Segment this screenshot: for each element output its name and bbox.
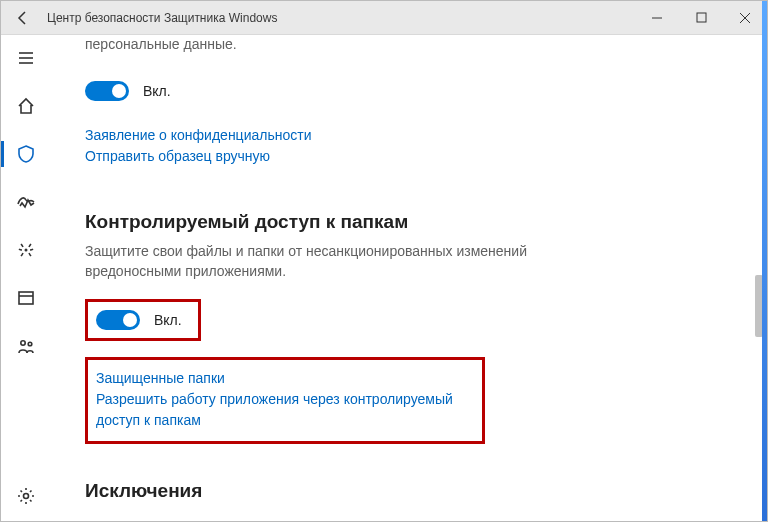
svg-rect-1: [697, 13, 706, 22]
sidebar: [1, 35, 51, 522]
nav-settings[interactable]: [6, 479, 46, 513]
hamburger-menu-button[interactable]: [6, 41, 46, 75]
minimize-button[interactable]: [635, 1, 679, 35]
privacy-statement-link[interactable]: Заявление о конфиденциальности: [85, 125, 737, 146]
content-area: персональные данные. Вкл. Заявление о ко…: [51, 35, 767, 522]
nav-device-performance[interactable]: [6, 185, 46, 219]
submit-sample-link[interactable]: Отправить образец вручную: [85, 146, 737, 167]
nav-virus-protection[interactable]: [6, 137, 46, 171]
allow-app-through-link[interactable]: Разрешить работу приложения через контро…: [96, 389, 468, 431]
nav-app-browser[interactable]: [6, 281, 46, 315]
intro-text-fragment: персональные данные.: [85, 35, 737, 55]
titlebar: Центр безопасности Защитника Windows: [1, 1, 767, 35]
folder-access-toggle-label: Вкл.: [154, 312, 182, 328]
nav-family[interactable]: [6, 329, 46, 363]
svg-point-12: [24, 494, 29, 499]
maximize-button[interactable]: [679, 1, 723, 35]
svg-rect-8: [19, 292, 33, 304]
folder-access-toggle[interactable]: [96, 310, 140, 330]
annotation-highlight-toggle: Вкл.: [85, 299, 201, 341]
window-title: Центр безопасности Защитника Windows: [45, 11, 277, 25]
svg-point-7: [25, 249, 28, 252]
cloud-protection-toggle-label: Вкл.: [143, 83, 171, 99]
annotation-highlight-links: Защищенные папки Разрешить работу прилож…: [85, 357, 485, 444]
nav-home[interactable]: [6, 89, 46, 123]
window-right-edge-decor: [762, 1, 767, 521]
protected-folders-link[interactable]: Защищенные папки: [96, 368, 468, 389]
folder-access-description: Защитите свои файлы и папки от несанкцио…: [85, 241, 605, 282]
folder-access-title: Контролируемый доступ к папкам: [85, 211, 737, 233]
cloud-protection-toggle[interactable]: [85, 81, 129, 101]
close-button[interactable]: [723, 1, 767, 35]
svg-point-10: [21, 341, 25, 345]
back-button[interactable]: [1, 1, 45, 35]
nav-firewall[interactable]: [6, 233, 46, 267]
exclusions-title: Исключения: [85, 480, 737, 502]
cloud-protection-toggle-row: Вкл.: [85, 81, 737, 101]
svg-point-11: [28, 342, 32, 346]
